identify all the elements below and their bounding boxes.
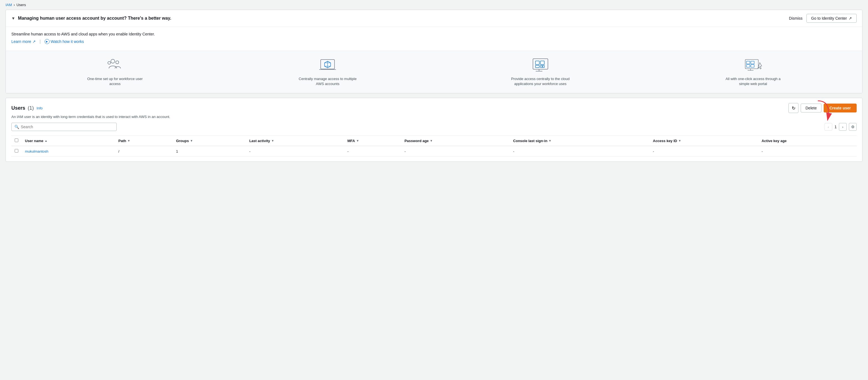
svg-point-0 — [111, 59, 115, 63]
col-mfa-label: MFA — [347, 139, 355, 143]
delete-button[interactable]: Delete — [801, 103, 821, 113]
cell-access-key-id: - — [650, 146, 758, 157]
settings-icon: ⚙ — [851, 125, 855, 129]
select-all-checkbox[interactable] — [15, 138, 18, 142]
svg-rect-22 — [751, 61, 754, 64]
feature-portal-label: All with one-click access through a simp… — [722, 76, 783, 87]
watch-link[interactable]: ▶ Watch how it works — [44, 39, 84, 44]
learn-more-icon: ↗ — [32, 39, 36, 44]
svg-rect-24 — [751, 65, 754, 67]
breadcrumb-current: Users — [17, 3, 26, 7]
access-key-id-filter-icon[interactable]: ▼ — [678, 139, 681, 142]
info-badge[interactable]: Info — [37, 106, 43, 110]
go-to-identity-center-button[interactable]: Go to Identity Center ↗ — [806, 14, 857, 23]
refresh-button[interactable]: ↻ — [788, 103, 799, 113]
identity-center-banner: ▼ Managing human user access account by … — [5, 10, 863, 93]
banner-title-text: Managing human user access account by ac… — [18, 16, 171, 21]
svg-rect-12 — [535, 61, 539, 65]
accounts-icon — [318, 57, 337, 73]
users-actions: ↻ Delete Create user — [788, 103, 857, 113]
banner-header: ▼ Managing human user access account by … — [6, 10, 862, 27]
feature-apps: Provide access centrally to the cloud ap… — [510, 57, 571, 87]
external-link-icon: ↗ — [848, 16, 852, 21]
iam-link[interactable]: IAM — [5, 3, 12, 7]
table-settings-button[interactable]: ⚙ — [849, 123, 857, 131]
svg-point-1 — [116, 61, 119, 64]
col-username-label: User name — [25, 139, 43, 143]
banner-collapse-icon[interactable]: ▼ — [11, 16, 15, 21]
pagination-row: ‹ 1 › ⚙ — [825, 123, 857, 131]
dismiss-button[interactable]: Dismiss — [789, 16, 803, 21]
svg-rect-13 — [540, 61, 544, 65]
svg-rect-14 — [535, 65, 539, 68]
select-all-header — [11, 136, 22, 146]
banner-title: ▼ Managing human user access account by … — [11, 16, 171, 21]
users-description: An IAM user is an identity with long-ter… — [11, 115, 857, 119]
workforce-icon — [105, 57, 125, 73]
username-link[interactable]: mukulmantosh — [25, 149, 49, 153]
identity-center-label: Go to Identity Center — [811, 16, 847, 21]
cell-console-sign-in: - — [510, 146, 650, 157]
col-active-key-age: Active key age — [758, 136, 857, 146]
col-groups: Groups ▼ — [173, 136, 246, 146]
portal-icon — [743, 57, 763, 73]
next-page-button[interactable]: › — [839, 123, 847, 131]
users-title-text: Users — [11, 105, 25, 111]
svg-rect-21 — [747, 61, 750, 64]
feature-accounts-label: Centrally manage access to multiple AWS … — [297, 76, 358, 87]
banner-actions: Dismiss Go to Identity Center ↗ — [789, 14, 857, 23]
col-password-age: Password age ▼ — [401, 136, 510, 146]
svg-point-2 — [108, 62, 111, 64]
search-input[interactable] — [21, 125, 114, 129]
users-header: Users (1) Info ↻ Delete Create user — [11, 103, 857, 113]
watch-label: Watch how it works — [51, 39, 84, 44]
console-sign-in-filter-icon[interactable]: ▼ — [549, 139, 552, 142]
features-row: One-time set up for workforce user acces… — [6, 51, 862, 93]
cell-username: mukulmantosh — [22, 146, 115, 157]
cell-password-age: - — [401, 146, 510, 157]
svg-rect-23 — [747, 65, 750, 67]
path-filter-icon[interactable]: ▼ — [127, 139, 130, 142]
users-title: Users (1) — [11, 105, 34, 111]
table-row: mukulmantosh / 1 - - - - - - — [11, 146, 857, 157]
feature-portal: All with one-click access through a simp… — [722, 57, 783, 87]
users-title-row: Users (1) Info — [11, 105, 43, 111]
sort-icon[interactable]: ▲ — [44, 139, 48, 142]
breadcrumb: IAM › Users — [0, 0, 868, 10]
password-age-filter-icon[interactable]: ▼ — [430, 139, 433, 142]
col-password-age-label: Password age — [404, 139, 429, 143]
search-box: 🔍 — [11, 123, 117, 131]
link-separator: | — [40, 39, 41, 44]
apps-icon — [531, 57, 550, 73]
col-active-key-age-label: Active key age — [762, 139, 786, 143]
users-card: Users (1) Info ↻ Delete Create user An I… — [5, 98, 863, 162]
last-activity-filter-icon[interactable]: ▼ — [271, 139, 274, 142]
search-row: 🔍 ‹ 1 › ⚙ — [11, 123, 857, 131]
cell-path: / — [115, 146, 173, 157]
col-last-activity-label: Last activity — [249, 139, 270, 143]
col-groups-label: Groups — [176, 139, 189, 143]
row-checkbox-cell — [11, 146, 22, 157]
prev-page-button[interactable]: ‹ — [825, 123, 832, 131]
feature-apps-label: Provide access centrally to the cloud ap… — [510, 76, 571, 87]
banner-description: Streamline human access to AWS and cloud… — [11, 32, 857, 36]
mfa-filter-icon[interactable]: ▼ — [356, 139, 359, 142]
groups-filter-icon[interactable]: ▼ — [190, 139, 193, 142]
users-count: (1) — [28, 105, 34, 111]
col-username: User name ▲ — [22, 136, 115, 146]
col-path: Path ▼ — [115, 136, 173, 146]
table-header-row: User name ▲ Path ▼ Groups ▼ — [11, 136, 857, 146]
search-icon: 🔍 — [14, 125, 19, 129]
col-path-label: Path — [118, 139, 126, 143]
feature-workforce: One-time set up for workforce user acces… — [85, 57, 146, 87]
banner-links: Learn more ↗ | ▶ Watch how it works — [11, 39, 857, 44]
create-user-button[interactable]: Create user — [824, 103, 857, 113]
page-number: 1 — [834, 125, 837, 129]
row-checkbox[interactable] — [15, 149, 18, 153]
cell-groups: 1 — [173, 146, 246, 157]
col-console-sign-in: Console last sign-in ▼ — [510, 136, 650, 146]
feature-workforce-label: One-time set up for workforce user acces… — [85, 76, 146, 87]
banner-body: Streamline human access to AWS and cloud… — [6, 27, 862, 47]
learn-more-label: Learn more — [11, 39, 31, 44]
learn-more-link[interactable]: Learn more ↗ — [11, 39, 36, 44]
